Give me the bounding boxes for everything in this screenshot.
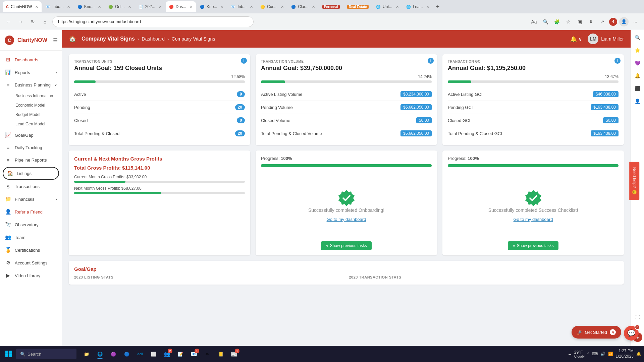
show-tasks-button-onboarding[interactable]: ∨ Show previous tasks xyxy=(321,241,371,250)
right-office-icon[interactable]: ⬛ xyxy=(633,84,642,93)
sidebar-item-account-settings[interactable]: ⚙ Account Settings xyxy=(0,256,62,269)
taskbar-app-word[interactable]: 📝 xyxy=(174,348,186,360)
hamburger-menu[interactable]: ☰ xyxy=(53,37,58,44)
get-started-button[interactable]: 🚀 Get Started 4 xyxy=(572,326,621,339)
tab-close[interactable]: ✕ xyxy=(67,5,70,9)
tab-202[interactable]: 📄 202... ✕ xyxy=(135,1,165,12)
new-tab-button[interactable]: + xyxy=(433,3,442,10)
sidebar-item-video-library[interactable]: ▶ Video Library xyxy=(0,269,62,282)
info-icon-units[interactable]: i xyxy=(241,58,247,64)
windows-start-button[interactable] xyxy=(3,348,15,360)
tab-close[interactable]: ✕ xyxy=(128,5,131,9)
taskbar-app-dell[interactable]: dell xyxy=(134,348,146,360)
right-person-icon[interactable]: 👤 xyxy=(633,97,642,106)
tab-kno2[interactable]: 🔵 Kno... ✕ xyxy=(197,1,227,12)
taskbar-app-edge[interactable]: 🌐 xyxy=(94,348,106,360)
tab-clar2[interactable]: 🔵 Clar... ✕ xyxy=(288,1,318,12)
breadcrumb-dashboard[interactable]: Dashboard xyxy=(142,36,165,42)
taskbar-search-bar[interactable]: 🔍 Search xyxy=(16,349,76,359)
tab-realestate[interactable]: Real Estate xyxy=(344,1,372,12)
sidebar-item-transactions[interactable]: $ Transactions xyxy=(0,180,62,193)
sidebar-item-daily-tracking[interactable]: ≡ Daily Tracking xyxy=(0,141,62,154)
url-bar[interactable] xyxy=(52,16,254,27)
sidebar-item-economic-model[interactable]: Economic Model xyxy=(11,101,62,110)
taskbar-app-files[interactable]: 📁 xyxy=(80,348,93,360)
home-button[interactable]: ⌂ xyxy=(40,17,50,26)
tab-das[interactable]: 🔴 Das... ✕ xyxy=(166,1,196,12)
tab-close[interactable]: ✕ xyxy=(98,5,101,9)
checklist-dashboard-link[interactable]: Go to my dashboard xyxy=(514,217,553,222)
info-icon-gci[interactable]: i xyxy=(614,58,621,64)
back-button[interactable]: ← xyxy=(4,17,13,26)
keyboard-icon[interactable]: ⌨ xyxy=(592,352,598,356)
sidebar-item-listings[interactable]: 🏠 Listings xyxy=(3,167,59,180)
sidebar-item-financials[interactable]: 📁 Financials › xyxy=(0,193,62,205)
taskbar-app-chrome[interactable]: 🔵 xyxy=(121,348,133,360)
tab-personal[interactable]: Personal xyxy=(319,1,343,12)
tab-close[interactable]: ✕ xyxy=(220,5,223,9)
taskbar-app-pencil[interactable]: ✏ xyxy=(201,348,213,360)
sidebar-item-observatory[interactable]: 🔭 Observatory xyxy=(0,218,62,231)
share-button[interactable]: ↗ xyxy=(598,17,607,26)
show-tasks-button-checklist[interactable]: ∨ Show previous tasks xyxy=(508,241,558,250)
sidebar-item-business-planning[interactable]: ≡ Business Planning ∨ xyxy=(0,79,62,91)
wifi-icon[interactable]: 📶 xyxy=(608,352,613,356)
tab-close[interactable]: ✕ xyxy=(396,5,399,9)
taskbar-app-cortana[interactable]: ⬜ xyxy=(148,348,160,360)
bell-icon[interactable]: 🔔 ∨ xyxy=(570,36,582,42)
info-icon-volume[interactable]: i xyxy=(428,58,434,64)
extensions-button[interactable]: 🧩 xyxy=(552,17,561,26)
tab-close[interactable]: ✕ xyxy=(35,5,38,9)
chat-button[interactable]: 💬 0 xyxy=(624,326,639,341)
right-search-icon[interactable]: 🔍 xyxy=(633,33,642,42)
notification-center-icon[interactable]: 🔔 xyxy=(636,352,641,356)
tab-close[interactable]: ✕ xyxy=(426,5,429,9)
tab-close[interactable]: ✕ xyxy=(281,5,284,9)
menu-button[interactable]: ··· xyxy=(631,17,640,26)
browser-user-avatar[interactable]: 👤 xyxy=(619,17,629,26)
onboarding-dashboard-link[interactable]: Go to my dashboard xyxy=(327,217,366,222)
tab-inbox[interactable]: 📧 Inbo... ✕ xyxy=(42,1,73,12)
tab-lea[interactable]: 🌐 Lea... ✕ xyxy=(403,1,433,12)
tab-inb2[interactable]: 📧 Inb... ✕ xyxy=(227,1,256,12)
sidebar-item-reports[interactable]: 📊 Reports › xyxy=(0,66,62,79)
home-icon[interactable]: 🏠 xyxy=(69,35,76,43)
tab-onl[interactable]: 🟢 Onl... ✕ xyxy=(105,1,135,12)
reader-button[interactable]: Aa xyxy=(529,17,539,26)
right-star-icon[interactable]: ⭐ xyxy=(633,46,642,55)
tab-kno1[interactable]: 🔵 Kno... ✕ xyxy=(74,1,104,12)
taskbar-app-teams[interactable]: 🟣 xyxy=(107,348,119,360)
sidebar-item-lead-gen-model[interactable]: Lead Gen Model xyxy=(11,119,62,129)
speaker-icon[interactable]: 🔊 xyxy=(600,352,605,356)
tray-up-arrow[interactable]: ^ xyxy=(587,352,589,356)
tab-cus[interactable]: 🟡 Cus... ✕ xyxy=(257,1,287,12)
collections-button[interactable]: ▣ xyxy=(575,17,584,26)
forward-button[interactable]: → xyxy=(16,17,25,26)
sidebar-item-budget-model[interactable]: Budget Model xyxy=(11,110,62,119)
taskbar-app-teams2[interactable]: 👥 2 xyxy=(161,348,173,360)
tab-close[interactable]: ✕ xyxy=(312,5,315,9)
downloads-button[interactable]: ⬇ xyxy=(586,17,596,26)
tab-close[interactable]: ✕ xyxy=(250,5,253,9)
favorites-button[interactable]: ☆ xyxy=(564,17,573,26)
notification-badge[interactable]: 4 xyxy=(609,18,617,26)
tab-close[interactable]: ✕ xyxy=(159,5,162,9)
sidebar-item-team[interactable]: 👥 Team xyxy=(0,231,62,244)
sidebar-item-certifications[interactable]: 🏅 Certifications xyxy=(0,244,62,256)
right-expand-icon[interactable]: ⛶ xyxy=(633,312,642,322)
user-menu[interactable]: LM Liam Miller xyxy=(588,34,624,44)
tab-close[interactable]: ✕ xyxy=(190,5,193,9)
sidebar-item-business-information[interactable]: Business Information xyxy=(11,91,62,101)
right-bell-icon[interactable]: 🔔 xyxy=(633,71,642,80)
refresh-button[interactable]: ↻ xyxy=(28,17,38,26)
search-toolbar-button[interactable]: 🔍 xyxy=(541,17,550,26)
taskbar-app-outlook[interactable]: 📧 1 xyxy=(188,348,200,360)
tab-unt[interactable]: 🌐 Unt... ✕ xyxy=(373,1,402,12)
need-help-button[interactable]: Need help? 😊 xyxy=(629,162,639,200)
taskbar-app-notes[interactable]: 📒 xyxy=(215,348,227,360)
tab-claritynow[interactable]: C ClarityNOW ✕ xyxy=(3,1,42,12)
sidebar-item-pipeline-reports[interactable]: ≡ Pipeline Reports xyxy=(0,154,62,166)
sidebar-item-refer-friend[interactable]: 👤 Refer a Friend xyxy=(0,205,62,218)
sidebar-item-dashboards[interactable]: ⊞ Dashboards xyxy=(0,53,62,66)
taskbar-app-news[interactable]: 📰 1 xyxy=(228,348,240,360)
